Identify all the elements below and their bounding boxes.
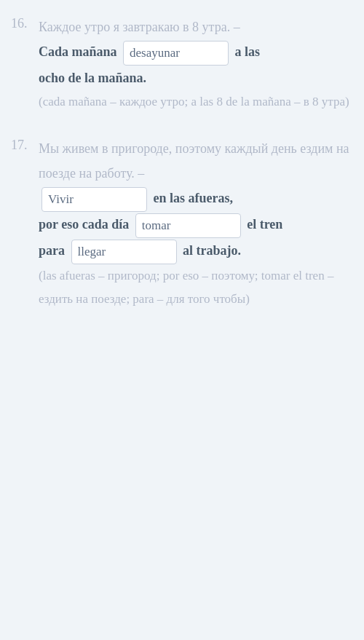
line-1-3: para al trabajo.: [39, 238, 353, 264]
bold-text: al trabajo.: [180, 243, 242, 258]
item-content-16: Каждое утро я завтракаю в 8 утра. –Cada …: [39, 15, 353, 114]
line-0-0: Каждое утро я завтракаю в 8 утра. –: [39, 15, 353, 39]
item-content-17: Мы живем в пригороде, поэтому каждый ден…: [39, 136, 353, 312]
exercise-item-16: 16.Каждое утро я завтракаю в 8 утра. –Ca…: [7, 7, 357, 122]
bold-text: el tren: [244, 217, 283, 232]
bold-text: Cada mañana: [39, 44, 120, 59]
line-1-2: por eso cada día el tren: [39, 212, 353, 238]
input-llegar[interactable]: [71, 240, 177, 264]
line-1-0: Мы живем в пригороде, поэтому каждый ден…: [39, 136, 353, 186]
bold-text: a las: [232, 44, 260, 59]
input-desayunar[interactable]: [123, 41, 229, 66]
input-vivir[interactable]: [41, 187, 147, 212]
line-1-4: (las afueras – пригород; por eso – поэто…: [39, 264, 353, 312]
bold-text: para: [39, 243, 68, 258]
bold-text: por eso cada día: [39, 217, 132, 232]
bold-text: en las afueras,: [150, 191, 233, 205]
exercise-item-17: 17.Мы живем в пригороде, поэтому каждый …: [7, 129, 357, 319]
input-tomar[interactable]: [135, 213, 241, 238]
item-number-17: 17.: [11, 136, 39, 153]
line-1-1: en las afueras,: [39, 186, 353, 212]
item-number-16: 16.: [11, 15, 39, 31]
line-0-3: (cada mañana – каждое утро; a las 8 de l…: [39, 90, 353, 114]
exercise-list: 16.Каждое утро я завтракаю в 8 утра. –Ca…: [0, 7, 364, 318]
line-0-1: Cada mañana a las: [39, 39, 353, 66]
line-0-2: ocho de la mañana.: [39, 66, 353, 90]
